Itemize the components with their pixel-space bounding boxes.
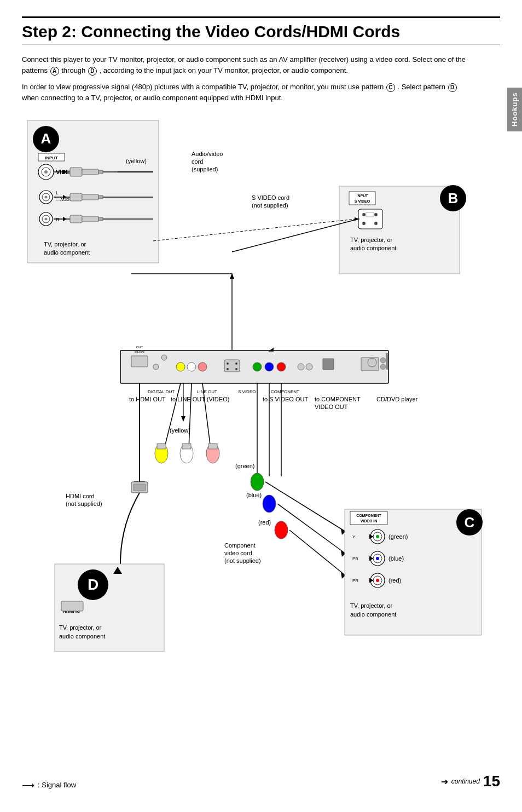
svg-rect-167 — [386, 353, 388, 370]
svg-point-46 — [362, 213, 366, 216]
svg-text:video cord: video cord — [224, 550, 252, 556]
svg-text:to LINE OUT (VIDEO): to LINE OUT (VIDEO) — [171, 396, 229, 402]
svg-point-69 — [265, 362, 274, 371]
page-number: 15 — [483, 773, 500, 790]
svg-point-61 — [187, 362, 196, 371]
svg-point-65 — [235, 362, 237, 365]
svg-text:(blue): (blue) — [388, 555, 404, 562]
svg-rect-25 — [70, 168, 82, 176]
svg-rect-98 — [208, 444, 217, 449]
page-title: Step 2: Connecting the Video Cords/HDMI … — [22, 16, 500, 44]
svg-line-135 — [289, 530, 345, 575]
svg-rect-57 — [131, 356, 148, 367]
svg-text:(supplied): (supplied) — [192, 166, 218, 172]
diagram-svg: A INPUT VIDEO L —AUDIO R TV, projector, … — [22, 115, 498, 663]
svg-point-11 — [45, 195, 48, 198]
circle-C-inline: C — [386, 83, 395, 92]
svg-text:to HDMI OUT: to HDMI OUT — [129, 396, 166, 402]
svg-text:OUT: OUT — [136, 345, 143, 349]
svg-text:C: C — [465, 514, 475, 531]
svg-text:Audio/video: Audio/video — [192, 151, 223, 157]
svg-point-71 — [298, 364, 304, 370]
circle-D-inline: D — [88, 67, 97, 76]
svg-rect-115 — [61, 601, 83, 611]
svg-line-55 — [153, 219, 356, 241]
svg-text:(yellow): (yellow) — [170, 427, 190, 434]
svg-text:(blue): (blue) — [246, 492, 262, 498]
footer-area: ⟶ : Signal flow ➔ continued 15 — [22, 773, 500, 790]
svg-rect-31 — [82, 194, 98, 200]
svg-rect-95 — [182, 444, 191, 449]
svg-text:A: A — [41, 130, 51, 147]
svg-point-127 — [275, 521, 288, 539]
svg-text:(red): (red) — [258, 519, 271, 526]
svg-text:HDMI: HDMI — [135, 350, 144, 354]
svg-text:TV, projector, or: TV, projector, or — [350, 602, 393, 609]
svg-point-166 — [380, 358, 386, 363]
svg-text:PB: PB — [352, 556, 358, 561]
svg-text:S VIDEO: S VIDEO — [355, 199, 370, 203]
svg-text:to COMPONENT: to COMPONENT — [315, 396, 361, 402]
svg-text:Y: Y — [352, 534, 356, 539]
svg-text:(not supplied): (not supplied) — [224, 557, 261, 564]
continued-text: continued — [451, 778, 480, 785]
svg-text:(red): (red) — [388, 577, 401, 584]
svg-text:R: R — [56, 217, 60, 222]
svg-point-62 — [198, 362, 207, 371]
svg-text:S VIDEO cord: S VIDEO cord — [252, 194, 289, 201]
svg-point-165 — [380, 364, 386, 370]
svg-text:TV, projector, or: TV, projector, or — [44, 241, 86, 247]
page-number-area: ➔ continued 15 — [441, 773, 500, 790]
svg-rect-36 — [82, 216, 98, 222]
svg-point-68 — [253, 362, 262, 371]
svg-text:(not supplied): (not supplied) — [252, 202, 288, 209]
diagram-area: A INPUT VIDEO L —AUDIO R TV, projector, … — [22, 115, 498, 663]
svg-point-85 — [161, 355, 167, 360]
svg-text:VIDEO IN: VIDEO IN — [361, 519, 378, 523]
svg-rect-45 — [358, 209, 382, 229]
svg-point-16 — [45, 217, 48, 220]
svg-text:PR: PR — [352, 578, 358, 583]
signal-flow-arrow-icon: ⟶ — [22, 780, 34, 790]
svg-point-48 — [362, 222, 366, 225]
svg-rect-27 — [98, 170, 103, 174]
svg-text:(green): (green) — [235, 463, 254, 469]
signal-flow-note: ⟶ : Signal flow — [22, 780, 76, 790]
svg-text:audio component: audio component — [59, 633, 105, 640]
sidebar-hookups-label: Hookups — [507, 88, 522, 131]
svg-point-156 — [376, 579, 379, 582]
svg-point-146 — [376, 535, 379, 538]
svg-text:Component: Component — [224, 542, 256, 549]
svg-point-66 — [227, 368, 229, 370]
svg-rect-63 — [224, 360, 240, 372]
svg-marker-88 — [181, 416, 185, 422]
svg-point-72 — [306, 364, 312, 370]
svg-text:VIDEO OUT: VIDEO OUT — [315, 404, 348, 410]
svg-point-47 — [374, 213, 378, 216]
svg-rect-35 — [70, 215, 82, 223]
svg-text:B: B — [448, 190, 459, 206]
svg-rect-30 — [70, 193, 82, 201]
svg-text:CD/DVD player: CD/DVD player — [376, 396, 418, 402]
svg-point-164 — [368, 358, 376, 367]
svg-point-67 — [235, 368, 237, 370]
svg-text:S VIDEO: S VIDEO — [238, 389, 256, 394]
svg-rect-37 — [98, 217, 103, 221]
svg-point-86 — [153, 364, 159, 370]
svg-text:D: D — [88, 576, 98, 593]
circle-D-inline2: D — [448, 83, 457, 92]
body-paragraph-2: In order to view progressive signal (480… — [22, 82, 471, 103]
svg-point-151 — [376, 557, 379, 560]
svg-point-60 — [176, 362, 185, 371]
svg-text:TV, projector, or: TV, projector, or — [59, 624, 102, 631]
svg-rect-32 — [98, 195, 103, 199]
svg-text:LINE OUT: LINE OUT — [197, 389, 217, 394]
svg-rect-73 — [323, 359, 334, 370]
svg-text:HDMI cord: HDMI cord — [66, 493, 95, 499]
svg-text:INPUT: INPUT — [45, 156, 58, 160]
svg-point-64 — [227, 362, 229, 365]
svg-text:(yellow): (yellow) — [126, 158, 147, 164]
svg-text:audio component: audio component — [350, 245, 396, 251]
svg-line-93 — [189, 383, 192, 449]
svg-point-49 — [374, 222, 378, 225]
